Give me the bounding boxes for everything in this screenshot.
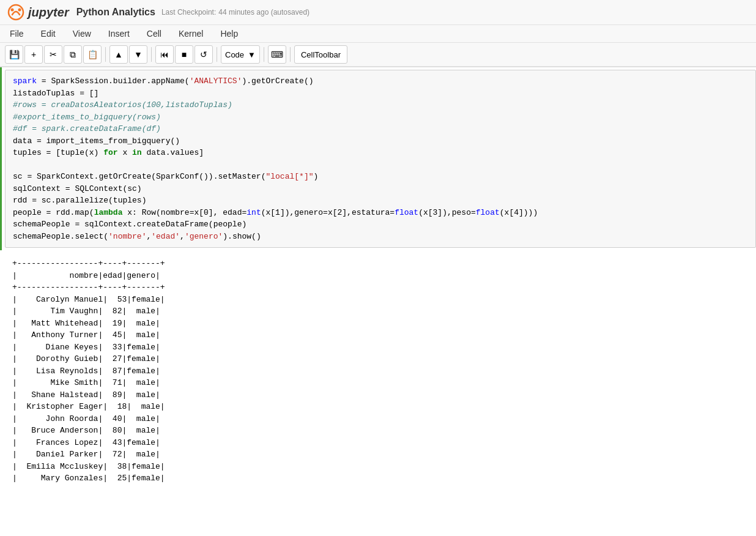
cell-content: spark = SparkSession.builder.appName('AN… — [5, 67, 756, 250]
move-down-button[interactable]: ▼ — [129, 45, 147, 64]
jupyter-wordmark: jupyter — [28, 6, 69, 20]
menu-edit[interactable]: Edit — [39, 28, 58, 40]
code-editor[interactable]: spark = SparkSession.builder.appName('AN… — [5, 70, 756, 248]
code-line-9: sc = SparkContext.getOrCreate(SparkConf(… — [13, 171, 748, 183]
code-line-14: schemaPeople.select('nombre','edad','gen… — [13, 231, 748, 243]
svg-point-2 — [18, 9, 21, 12]
keyboard-button[interactable]: ⌨ — [268, 45, 286, 64]
code-line-6: data = import_items_from_bigquery() — [13, 135, 748, 147]
cell-toolbar-label: CellToolbar — [294, 45, 347, 64]
menu-file[interactable]: File — [7, 28, 26, 40]
svg-point-1 — [11, 9, 14, 12]
toolbar-sep4 — [264, 47, 264, 62]
code-cell: spark = SparkSession.builder.appName('AN… — [0, 67, 756, 250]
code-line-7: tuples = [tuple(x) for x in data.values] — [13, 147, 748, 159]
code-line-11: rdd = sc.parallelize(tuples) — [13, 195, 748, 207]
toolbar-sep5 — [290, 47, 291, 62]
output-row-2: | Tim Vaughn| 82| male| — [12, 305, 749, 318]
menu-kernel[interactable]: Kernel — [176, 28, 206, 40]
output-row-10: | Kristopher Eager| 18| male| — [12, 401, 749, 413]
output-row-6: | Dorothy Guieb| 27|female| — [12, 353, 749, 365]
cell-type-arrow: ▼ — [248, 50, 256, 59]
logo-area: jupyter — [7, 4, 69, 21]
code-line-13: schemaPeople = sqlContext.createDataFram… — [13, 218, 748, 231]
output-row-5: | Diane Keyes| 33|female| — [12, 341, 749, 354]
checkpoint-label: Last Checkpoint: — [161, 8, 216, 17]
move-up-button[interactable]: ▲ — [109, 45, 128, 64]
paste-button[interactable]: 📋 — [83, 45, 102, 64]
toolbar-sep1 — [105, 47, 106, 62]
checkpoint-time: 44 minutes ago (autosaved) — [218, 8, 309, 17]
cut-button[interactable]: ✂ — [44, 45, 62, 64]
output-row-7: | Lisa Reynolds| 87|female| — [12, 365, 749, 378]
output-sep1: +-----------------+----+-------+ — [12, 258, 749, 270]
output-row-16: | Mary Gonzales| 25|female| — [12, 472, 749, 485]
skip-to-top-button[interactable]: ⏮ — [155, 45, 174, 64]
output-row-13: | Frances Lopez| 43|female| — [12, 437, 749, 449]
menu-help[interactable]: Help — [218, 28, 240, 40]
cell-type-select[interactable]: Code ▼ — [221, 45, 260, 64]
output-row-14: | Daniel Parker| 72| male| — [12, 449, 749, 461]
code-line-3: #rows = creaDatosAleatorios(100,listadoT… — [13, 99, 748, 111]
code-line-8 — [13, 159, 748, 171]
menubar: File Edit View Insert Cell Kernel Help — [0, 25, 756, 43]
cell-indicator — [0, 67, 5, 250]
toolbar-sep3 — [217, 47, 217, 62]
output-row-8: | Mike Smith| 71| male| — [12, 377, 749, 389]
content-area[interactable]: spark = SparkSession.builder.appName('AN… — [0, 67, 756, 492]
menu-cell[interactable]: Cell — [144, 28, 164, 40]
menu-view[interactable]: View — [70, 28, 94, 40]
output-content: +-----------------+----+-------+ | nombr… — [5, 250, 756, 492]
output-area: +-----------------+----+-------+ | nombr… — [5, 253, 756, 489]
jupyter-logo — [7, 4, 24, 21]
output-sep2: +-----------------+----+-------+ — [12, 281, 749, 294]
output-row-1: | Carolyn Manuel| 53|female| — [12, 294, 749, 306]
output-indicator — [0, 250, 5, 492]
output-row-11: | John Roorda| 40| male| — [12, 413, 749, 425]
topbar: jupyter Python Analytics Last Checkpoint… — [0, 0, 756, 25]
cell-type-label: Code — [225, 50, 244, 59]
output-row-12: | Bruce Anderson| 80| male| — [12, 425, 749, 437]
code-line-1: spark = SparkSession.builder.appName('AN… — [13, 75, 748, 87]
code-line-12: people = rdd.map(lambda x: Row(nombre=x[… — [13, 207, 748, 219]
add-cell-button[interactable]: + — [24, 45, 43, 64]
output-header: | nombre|edad|genero| — [12, 270, 749, 282]
output-row-15: | Emilia Mccluskey| 38|female| — [12, 461, 749, 473]
menu-insert[interactable]: Insert — [106, 28, 132, 40]
restart-button[interactable]: ↺ — [195, 45, 213, 64]
code-line-4: #export_items_to_bigquery(rows) — [13, 111, 748, 124]
output-row-3: | Matt Whitehead| 19| male| — [12, 318, 749, 330]
code-line-5: #df = spark.createDataFrame(df) — [13, 123, 748, 135]
output-row-9: | Shane Halstead| 89| male| — [12, 389, 749, 401]
code-line-10: sqlContext = SQLContext(sc) — [13, 183, 748, 195]
code-line-2: listadoTuplas = [] — [13, 87, 748, 100]
toolbar-sep2 — [151, 47, 152, 62]
save-button[interactable]: 💾 — [5, 45, 23, 64]
copy-button[interactable]: ⧉ — [64, 45, 82, 64]
stop-button[interactable]: ■ — [175, 45, 193, 64]
toolbar: 💾 + ✂ ⧉ 📋 ▲ ▼ ⏮ ■ ↺ Code ▼ ⌨ CellToolbar — [0, 43, 756, 67]
output-row-4: | Anthony Turner| 45| male| — [12, 329, 749, 341]
notebook-title: Python Analytics — [76, 7, 155, 18]
output-cell: +-----------------+----+-------+ | nombr… — [0, 250, 756, 492]
